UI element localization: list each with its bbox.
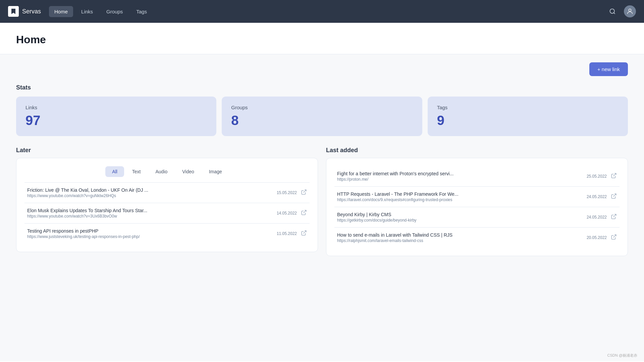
filter-all[interactable]: All (105, 166, 124, 177)
later-item-0[interactable]: Friction: Live @ The Kia Oval, London - … (24, 182, 310, 203)
filter-audio[interactable]: Audio (149, 166, 174, 177)
last-added-item-1-title: HTTP Requests - Laravel - The PHP Framew… (337, 191, 471, 197)
stats-grid: Links 97 Groups 8 Tags 9 (16, 97, 628, 136)
nav-links[interactable]: Links (76, 6, 98, 17)
last-added-item-2-url: https://getkirby.com/docs/guide/beyond-k… (337, 218, 471, 223)
svg-line-7 (613, 194, 616, 196)
later-item-0-info: Friction: Live @ The Kia Oval, London - … (27, 187, 277, 198)
external-link-icon-la-0[interactable] (611, 173, 617, 180)
logo-icon (8, 6, 19, 17)
last-added-item-0-url: https://proton.me/ (337, 177, 471, 182)
watermark: CSDN @杨浦老赤 (607, 353, 637, 358)
later-item-0-date: 15.05.2022 (277, 190, 297, 195)
main-wrapper: Home + new link Stats Links 97 Groups 8 … (0, 23, 644, 362)
last-added-title: Last added (326, 147, 628, 154)
later-item-2-url: https://www.juststeveking.uk/testing-api… (27, 234, 161, 239)
last-added-section: Last added Fight for a better internet w… (326, 147, 628, 256)
stat-groups-card[interactable]: Groups 8 (222, 97, 422, 136)
navbar: Servas Home Links Groups Tags (0, 0, 644, 23)
last-added-item-2[interactable]: Beyond Kirby | Kirby CMS https://getkirb… (334, 207, 620, 227)
stat-links-label: Links (25, 105, 207, 110)
stats-section: Stats Links 97 Groups 8 Tags 9 (16, 84, 628, 136)
new-link-button[interactable]: + new link (589, 62, 628, 76)
last-added-item-1-info: HTTP Requests - Laravel - The PHP Framew… (337, 191, 587, 202)
last-added-item-1-date: 24.05.2022 (587, 194, 607, 199)
later-section: Later All Text Audio Video Image Frictio… (16, 147, 318, 256)
stat-tags-value: 9 (437, 113, 619, 128)
last-added-item-2-info: Beyond Kirby | Kirby CMS https://getkirb… (337, 212, 587, 223)
filter-image[interactable]: Image (202, 166, 229, 177)
later-item-0-title: Friction: Live @ The Kia Oval, London - … (27, 187, 161, 193)
later-title: Later (16, 147, 318, 154)
stat-groups-label: Groups (231, 105, 413, 110)
stat-tags-card[interactable]: Tags 9 (428, 97, 628, 136)
later-item-2-date: 11.05.2022 (277, 231, 297, 236)
last-added-item-2-date: 24.05.2022 (587, 215, 607, 220)
nav-logo[interactable]: Servas (8, 6, 41, 17)
later-item-1-title: Elon Musk Explains Updates To Starship A… (27, 208, 161, 213)
svg-line-8 (613, 214, 616, 217)
external-link-icon-la-1[interactable] (611, 193, 617, 200)
svg-point-0 (610, 9, 614, 13)
svg-line-5 (304, 231, 306, 233)
last-added-item-3-url: https://ralphjsmit.com/laravel-emails-ta… (337, 238, 471, 243)
last-added-item-2-title: Beyond Kirby | Kirby CMS (337, 212, 471, 217)
last-added-item-3-date: 20.05.2022 (587, 235, 607, 240)
nav-home[interactable]: Home (49, 6, 73, 17)
svg-line-3 (304, 190, 306, 192)
later-item-0-url: https://www.youtube.com/watch?v=guNktw26… (27, 193, 161, 198)
later-item-1[interactable]: Elon Musk Explains Updates To Starship A… (24, 203, 310, 223)
later-item-1-info: Elon Musk Explains Updates To Starship A… (27, 208, 277, 219)
toolbar: + new link (16, 62, 628, 76)
later-panel: All Text Audio Video Image Friction: Liv… (16, 158, 318, 252)
user-avatar[interactable] (624, 5, 636, 17)
later-item-2-info: Testing API responses in pestPHP https:/… (27, 228, 277, 239)
content-area: + new link Stats Links 97 Groups 8 Tags … (0, 54, 644, 361)
filter-tabs: All Text Audio Video Image (24, 166, 310, 177)
stat-tags-label: Tags (437, 105, 619, 110)
svg-line-9 (613, 235, 616, 237)
stats-title: Stats (16, 84, 628, 91)
last-added-item-3-info: How to send e-mails in Laravel with Tail… (337, 232, 587, 243)
external-link-icon-2[interactable] (301, 230, 307, 237)
later-item-1-url: https://www.youtube.com/watch?v=3Ux6B3bv… (27, 214, 161, 219)
last-added-item-1-url: https://laravel.com/docs/9.x/requests#co… (337, 197, 471, 202)
last-added-item-0-date: 25.05.2022 (587, 174, 607, 179)
stat-links-value: 97 (25, 113, 207, 128)
last-added-item-0-info: Fight for a better internet with Proton'… (337, 171, 587, 182)
stat-links-card[interactable]: Links 97 (16, 97, 216, 136)
later-item-2-title: Testing API responses in pestPHP (27, 228, 161, 234)
external-link-icon-la-2[interactable] (611, 214, 617, 221)
search-button[interactable] (606, 5, 619, 17)
nav-icons (606, 5, 636, 17)
later-item-2[interactable]: Testing API responses in pestPHP https:/… (24, 223, 310, 244)
external-link-icon-la-3[interactable] (611, 234, 617, 241)
logo-text: Servas (22, 8, 41, 15)
external-link-icon-0[interactable] (301, 189, 307, 196)
svg-line-1 (614, 13, 615, 14)
filter-text[interactable]: Text (125, 166, 148, 177)
external-link-icon-1[interactable] (301, 209, 307, 217)
filter-video[interactable]: Video (175, 166, 201, 177)
svg-line-4 (304, 210, 306, 213)
two-col-layout: Later All Text Audio Video Image Frictio… (16, 147, 628, 256)
svg-point-2 (629, 9, 631, 11)
last-added-item-3-title: How to send e-mails in Laravel with Tail… (337, 232, 471, 238)
page-title: Home (16, 34, 628, 46)
last-added-item-1[interactable]: HTTP Requests - Laravel - The PHP Framew… (334, 186, 620, 207)
stat-groups-value: 8 (231, 113, 413, 128)
last-added-panel: Fight for a better internet with Proton'… (326, 158, 628, 256)
last-added-item-3[interactable]: How to send e-mails in Laravel with Tail… (334, 227, 620, 248)
nav-tags[interactable]: Tags (131, 6, 152, 17)
page-header: Home (0, 23, 644, 54)
later-item-1-date: 14.05.2022 (277, 211, 297, 216)
last-added-item-0[interactable]: Fight for a better internet with Proton'… (334, 166, 620, 186)
last-added-item-0-title: Fight for a better internet with Proton'… (337, 171, 471, 176)
nav-groups[interactable]: Groups (101, 6, 128, 17)
svg-line-6 (613, 173, 616, 176)
